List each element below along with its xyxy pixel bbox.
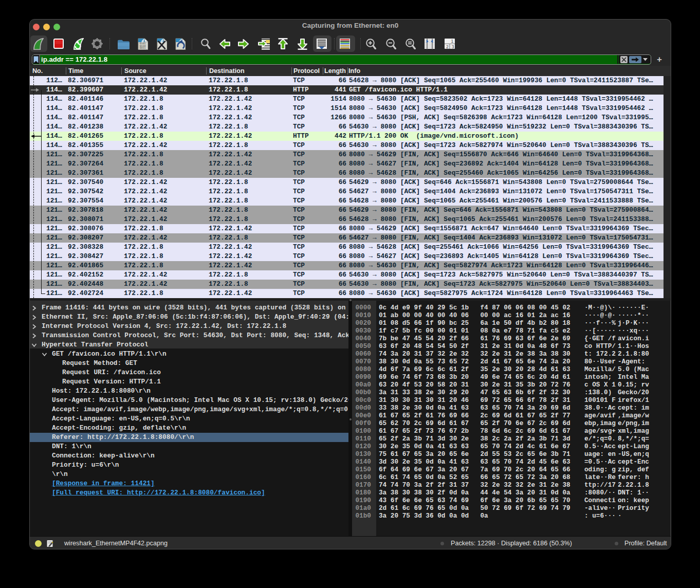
svg-text:3: 3 <box>452 44 454 49</box>
svg-text:0011: 0011 <box>139 47 145 50</box>
svg-text:2: 2 <box>446 44 449 49</box>
svg-text:1: 1 <box>451 39 454 44</box>
